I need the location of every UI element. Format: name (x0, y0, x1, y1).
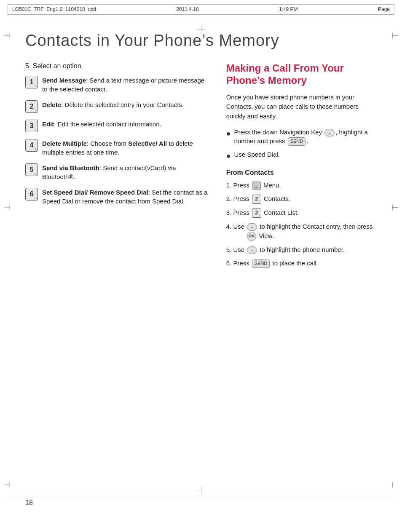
icon-speed-dial: 6 H (25, 188, 38, 201)
nav-key-step4: ⌄ (247, 223, 257, 231)
page-number: 18 (25, 499, 33, 507)
icon-delete: 2 T (25, 100, 38, 113)
icon-bluetooth: 5 G (25, 163, 38, 176)
crosshair-top (197, 25, 205, 34)
menu-item-text: Delete Multiple: Choose from Selective/ … (42, 139, 209, 157)
list-item: ● Press the down Navigation Key ⌄, highl… (226, 128, 377, 146)
menu-items-list: 1 R Send Message: Send a text message or… (25, 76, 209, 206)
header-bar: LG501C_TRF_Eng1.0_1104018_qxd 2011.4.18 … (8, 4, 394, 14)
header-filename: LG501C_TRF_Eng1.0_1104018_qxd (12, 6, 96, 12)
right-intro: Once you have stored phone numbers in yo… (226, 93, 377, 121)
left-column: 5. Select an option. 1 R Send Message: S… (25, 62, 209, 272)
header-time: 1:49 PM (279, 6, 298, 12)
menu-item-text: Edit: Edit the selected contact informat… (42, 120, 161, 128)
main-content: Contacts in Your Phone’s Memory 5. Selec… (0, 15, 402, 289)
list-item: 3 Y Edit: Edit the selected contact info… (25, 120, 209, 132)
list-item: 6. Press SEND to place the call. (226, 259, 377, 268)
icon-delete-multiple: 4 F (25, 139, 38, 152)
reg-mark-top-left: ⊣ (3, 30, 11, 40)
section-intro: 5. Select an option. (25, 62, 209, 70)
list-item: 1. Press ⎯ Menu. (226, 181, 377, 190)
list-item: 1 R Send Message: Send a text message or… (25, 76, 209, 94)
bullet-list: ● Press the down Navigation Key ⌄, highl… (226, 128, 377, 161)
numbered-steps: 1. Press ⎯ Menu. 2. Press 2T Contacts. (226, 181, 377, 268)
reg-mark-top-right: ⊢ (391, 30, 399, 40)
send-button-img: SEND (288, 137, 306, 145)
ok-button: OK (247, 232, 256, 241)
menu-item-text: Send Message: Send a text message or pic… (42, 76, 209, 94)
menu-item-text: Delete: Delete the selected entry in you… (42, 100, 184, 109)
bullet-text: Use Speed Dial. (234, 150, 280, 159)
list-item: 2. Press 2T Contacts. (226, 194, 377, 204)
menu-item-text: Send via Bluetooth: Send a contact(vCard… (42, 163, 209, 181)
menu-item-text: Set Speed Dial/ Remove Speed Dial: Set t… (42, 188, 209, 206)
list-item: 2 T Delete: Delete the selected entry in… (25, 100, 209, 113)
list-item: 6 H Set Speed Dial/ Remove Speed Dial: S… (25, 188, 209, 206)
nav-key-down: ⌄ (324, 129, 335, 136)
icon-2-contacts: 2T (252, 195, 261, 204)
list-item: 5. Use ⌄ to highlight the phone number. (226, 245, 377, 254)
send-button-step6: SEND (252, 259, 270, 268)
menu-button-icon: ⎯ (252, 182, 261, 190)
list-item: 3. Press 2T Contact List. (226, 208, 377, 218)
from-contacts-heading: From Contacts (226, 169, 377, 176)
list-item: 4 F Delete Multiple: Choose from Selecti… (25, 139, 209, 157)
list-item: ● Use Speed Dial. (226, 150, 377, 161)
crosshair-bottom (197, 487, 205, 495)
right-column: Making a Call From Your Phone’s Memory O… (226, 62, 377, 272)
footer-divider (8, 498, 394, 498)
reg-mark-bot-left: ⊣ (3, 480, 11, 490)
bullet-dot: ● (226, 128, 231, 139)
reg-mark-bot-right: ⊢ (391, 480, 399, 490)
nav-key-step5: ⌄ (247, 246, 257, 254)
right-heading: Making a Call From Your Phone’s Memory (226, 62, 377, 87)
reg-mark-mid-left: ⊣ (3, 202, 11, 212)
two-column-layout: 5. Select an option. 1 R Send Message: S… (25, 62, 377, 272)
header-date: 2011.4.18 (176, 6, 198, 12)
bullet-text: Press the down Navigation Key ⌄, highlig… (234, 128, 377, 146)
icon-send-message: 1 R (25, 76, 38, 88)
list-item: 4. Use ⌄ to highlight the Contact entry,… (226, 222, 377, 241)
bullet-dot: ● (226, 151, 231, 161)
reg-mark-mid-right: ⊢ (391, 202, 399, 212)
icon-2-contactlist: 2T (252, 209, 261, 218)
header-page: Page (378, 6, 390, 12)
list-item: 5 G Send via Bluetooth: Send a contact(v… (25, 163, 209, 181)
page-title: Contacts in Your Phone’s Memory (25, 32, 377, 50)
icon-edit: 3 Y (25, 120, 38, 132)
